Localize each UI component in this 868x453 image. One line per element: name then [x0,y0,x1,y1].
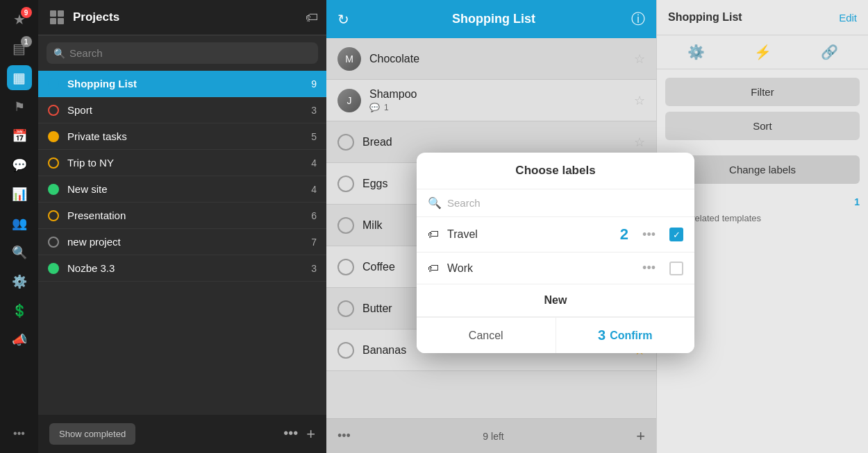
travel-tag-icon: 🏷 [428,228,439,241]
plus-icon[interactable]: + [306,425,315,443]
task-name: Bread [362,136,626,148]
task-checkbox[interactable] [337,217,354,234]
search-bar[interactable]: 🔍 [47,42,318,64]
project-dot [48,237,59,248]
settings-icon[interactable]: ⚙️ [687,44,705,60]
star-button[interactable]: ☆ [634,93,645,108]
search-input[interactable] [69,47,311,59]
edit-button[interactable]: Edit [839,12,857,24]
label-item-travel[interactable]: 🏷 Travel 2 ••• ✓ [417,217,694,253]
svg-rect-2 [50,18,56,24]
sidebar-projects-icon [47,7,67,28]
sidebar-item-sport[interactable]: Sport 3 [38,97,326,123]
strip-badge-9: 9 [21,7,32,18]
project-count: 5 [311,131,317,142]
star-button[interactable]: ☆ [634,51,645,67]
settings-strip-icon[interactable]: ⚙️ [7,269,32,294]
modal-title: Choose labels [515,164,595,177]
task-count: 9 left [483,431,503,442]
project-count: 6 [311,210,317,221]
project-count: 3 [311,105,317,116]
link-icon[interactable]: 🔗 [821,44,838,60]
travel-checkbox[interactable]: ✓ [669,228,683,241]
modal-search-input[interactable] [447,197,683,209]
info-icon[interactable]: ⓘ [631,10,645,28]
task-avatar: J [337,89,361,112]
right-panel-header: Shopping List Edit [657,0,868,35]
travel-label-name: Travel [447,228,612,241]
star-icon[interactable]: ★ 9 [7,7,32,32]
choose-labels-modal: Choose labels 🔍 🏷 Travel 2 ••• ✓ 🏷 Work … [417,153,694,353]
project-count: 7 [311,237,317,248]
change-labels-button[interactable]: Change labels [665,155,860,184]
chart-icon[interactable]: 📊 [7,182,32,207]
refresh-icon[interactable]: ↻ [337,11,349,28]
project-name: New site [67,183,311,195]
modal-search-bar[interactable]: 🔍 [417,189,694,217]
inbox-icon[interactable]: ▤ 1 [7,36,32,61]
work-checkbox[interactable] [669,262,683,275]
project-name: Private tasks [67,130,311,142]
sort-button[interactable]: Sort [665,112,860,140]
task-info: Chocolate [369,53,626,65]
label-item-work[interactable]: 🏷 Work ••• [417,253,694,284]
task-checkbox[interactable] [337,176,354,192]
sidebar-item-presentation[interactable]: Presentation 6 [38,203,326,229]
dollar-icon[interactable]: 💲 [7,298,32,323]
sidebar-item-private-tasks[interactable]: Private tasks 5 [38,123,326,150]
task-checkbox[interactable] [337,134,354,151]
strip-badge-1: 1 [21,36,32,47]
task-name: Chocolate [369,53,626,65]
task-checkbox[interactable] [337,300,354,317]
confirm-button[interactable]: 3 Confirm [556,318,695,353]
dots-icon[interactable]: ••• [283,425,298,443]
project-dot [48,263,59,274]
star-button[interactable]: ☆ [634,135,645,150]
modal-header: Choose labels [417,153,694,189]
project-list: Shopping List 9 Sport 3 Private tasks 5 … [38,71,326,415]
projects-icon[interactable]: ▦ [7,65,32,90]
main-footer: ••• 9 left + [326,418,656,453]
sidebar-item-new-site[interactable]: New site 4 [38,176,326,203]
search-strip-icon[interactable]: 🔍 [7,240,32,265]
more-strip-icon[interactable]: ••• [7,421,32,446]
new-label-button[interactable]: New [544,294,567,307]
flag-icon[interactable]: ⚑ [7,94,32,119]
svg-rect-3 [58,18,64,24]
tag-icon[interactable]: 🏷 [306,10,318,25]
task-info: Bread [362,136,626,148]
modal-new-section: New [417,284,694,317]
project-name: Shopping List [67,78,311,89]
task-checkbox[interactable] [337,342,354,359]
task-checkbox[interactable] [337,259,354,275]
travel-more-icon[interactable]: ••• [642,228,656,242]
comment-icon: 💬 [369,103,380,112]
sidebar: Projects 🏷 🔍 Shopping List 9 Sport 3 Pri… [38,0,326,453]
cancel-button[interactable]: Cancel [417,318,556,353]
project-name: new project [67,236,311,248]
footer-dots-icon[interactable]: ••• [337,429,351,443]
main-header: ↻ Shopping List ⓘ [326,0,656,38]
megaphone-icon[interactable]: 📣 [7,327,32,352]
sidebar-item-new-project[interactable]: new project 7 [38,229,326,255]
task-name: Shampoo [369,88,626,101]
task-item: M Chocolate ☆ [326,38,656,80]
sidebar-item-shopping-list[interactable]: Shopping List 9 [38,71,326,97]
lightning-icon[interactable]: ⚡ [754,44,771,60]
add-task-icon[interactable]: + [636,427,645,445]
main-header-title: Shopping List [356,12,631,26]
task-item: J Shampoo 💬1 ☆ [326,80,656,121]
filter-button[interactable]: Filter [665,78,860,106]
sidebar-title: Projects [73,10,306,24]
task-info: Shampoo 💬1 [369,88,626,112]
comment-count: 1 [384,103,389,112]
task-avatar: M [337,47,361,71]
calendar-icon[interactable]: 📅 [7,123,32,148]
show-completed-button[interactable]: Show completed [49,423,135,445]
work-more-icon[interactable]: ••• [642,261,656,275]
team-icon[interactable]: 👥 [7,211,32,236]
sidebar-item-nozbe-3.3[interactable]: Nozbe 3.3 3 [38,255,326,282]
chat-icon[interactable]: 💬 [7,153,32,178]
sidebar-item-trip-to-ny[interactable]: Trip to NY 4 [38,150,326,176]
modal-search-icon: 🔍 [428,196,442,210]
